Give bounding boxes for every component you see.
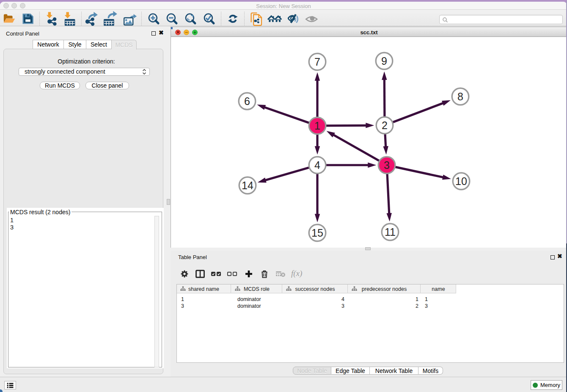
svg-text:8: 8 — [457, 91, 463, 102]
svg-text:14: 14 — [242, 179, 253, 191]
svg-text:10: 10 — [455, 175, 467, 187]
svg-text:9: 9 — [381, 55, 387, 67]
svg-text:4: 4 — [314, 159, 320, 171]
svg-text:7: 7 — [314, 56, 320, 68]
svg-text:2: 2 — [382, 119, 388, 131]
svg-text:15: 15 — [311, 227, 323, 239]
svg-text:1: 1 — [314, 120, 320, 132]
svg-text:3: 3 — [384, 159, 390, 171]
svg-text:11: 11 — [385, 226, 396, 238]
svg-text:6: 6 — [244, 95, 250, 107]
